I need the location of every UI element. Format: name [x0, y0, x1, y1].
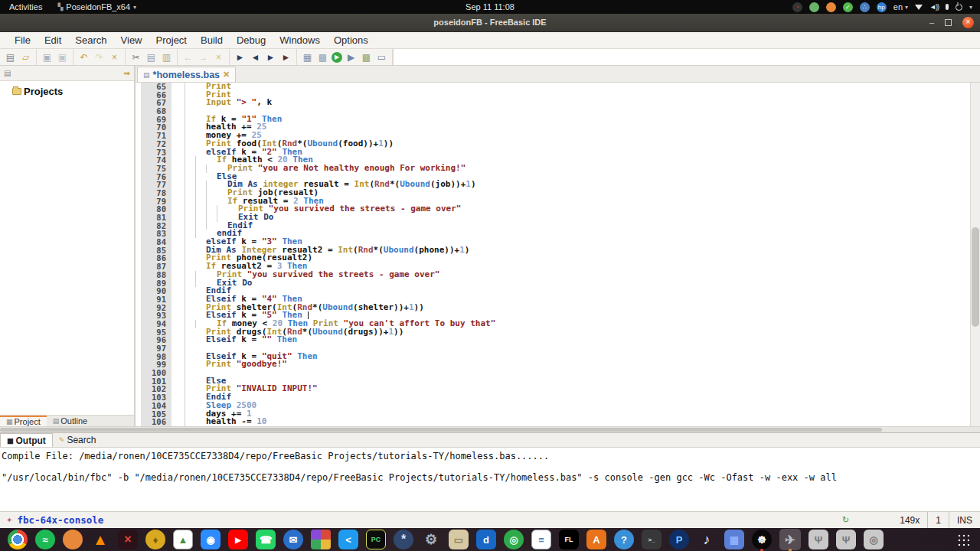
volume-icon[interactable]: ◄))	[929, 3, 939, 11]
cut-button[interactable]: ✂	[129, 51, 142, 64]
bookmark-next-button[interactable]: ►	[264, 51, 277, 64]
back-button[interactable]: ←	[181, 51, 194, 64]
package-grid-icon[interactable]	[311, 530, 331, 549]
files-icon[interactable]: ▭	[449, 530, 469, 549]
whatsapp-icon[interactable]: ☎	[256, 530, 276, 549]
code-line[interactable]: 65Print	[141, 83, 980, 91]
build-button[interactable]: ▩	[316, 51, 329, 64]
tree-item-projects[interactable]: Projects	[12, 86, 134, 97]
horizontal-scrollbar[interactable]	[0, 426, 980, 432]
compile-button[interactable]: ▦	[301, 51, 314, 64]
menu-file[interactable]: File	[8, 34, 38, 46]
youtube-icon[interactable]: ▶	[228, 530, 248, 549]
menu-build[interactable]: Build	[194, 34, 230, 46]
output-log[interactable]: Compile File: /media/ronen/10CE735CCE733…	[0, 448, 980, 511]
blue-square-icon[interactable]: ▦	[724, 530, 744, 549]
compile-run-button[interactable]: ▶	[345, 51, 358, 64]
code-line[interactable]: 103Endif	[141, 393, 980, 402]
code-line[interactable]: 88Print "you survived the streets - game…	[141, 271, 980, 279]
chrome-icon[interactable]	[8, 530, 28, 549]
app-grid-icon[interactable]	[957, 533, 969, 546]
sidebar-collapse-icon[interactable]: ⇒	[124, 69, 130, 77]
redo-button[interactable]: ↷	[93, 51, 106, 64]
code-line[interactable]: 75Print "you are Not healthy enough For …	[141, 165, 980, 173]
usb-drive-icon[interactable]: Ψ	[808, 530, 828, 549]
save-all-button[interactable]: ▣	[56, 51, 69, 64]
code-line[interactable]: 81Exit Do	[141, 214, 980, 222]
code-line[interactable]: 104Sleep 2500	[141, 402, 980, 410]
green-app-icon[interactable]: ◎	[504, 530, 524, 549]
check-tray-icon[interactable]: ✓	[843, 2, 853, 12]
copy-button[interactable]: ▤	[145, 51, 158, 64]
bookmark-clear-button[interactable]: ►	[279, 51, 292, 64]
microphone-icon[interactable]	[946, 4, 949, 10]
help-icon[interactable]: ?	[614, 530, 634, 549]
code-line[interactable]: 89Exit Do	[141, 279, 980, 288]
spotify-icon[interactable]: ≈	[35, 530, 55, 549]
code-line[interactable]: 82Endif	[141, 222, 980, 230]
code-line[interactable]: 100	[141, 369, 980, 377]
window-titlebar[interactable]: poseidonFB - FreeBasic IDE – ×	[0, 14, 980, 32]
menu-search[interactable]: Search	[68, 34, 113, 46]
yellow-app-icon[interactable]: ♦	[145, 530, 165, 549]
music-note-icon[interactable]: ♪	[697, 530, 717, 549]
tab-close-icon[interactable]: ✕	[223, 70, 230, 80]
close-all-button[interactable]: ×	[212, 51, 225, 64]
poseidonfb-icon[interactable]: ✈	[780, 530, 800, 549]
chevron-down-icon[interactable]: ▾	[969, 4, 972, 11]
p-swirl-icon[interactable]: P	[669, 530, 689, 549]
scrollbar-thumb[interactable]	[972, 227, 979, 327]
refresh-icon[interactable]: ↻	[842, 515, 849, 525]
orange-tray-icon[interactable]	[826, 2, 836, 12]
paste-button[interactable]: ▥	[160, 51, 173, 64]
code-editor[interactable]: 65Print66Print67Input "> ", k6869If k = …	[136, 83, 980, 426]
code-line[interactable]: 99Print "goodbye!"	[141, 360, 980, 369]
d-app-icon[interactable]: d	[476, 530, 496, 549]
menu-windows[interactable]: Windows	[273, 34, 327, 46]
code-line[interactable]: 102Print "INVALID INPUT!"	[141, 385, 980, 393]
tab-project[interactable]: ▦ Project	[0, 416, 47, 426]
wifi-icon[interactable]	[915, 5, 923, 10]
shield-tray-icon[interactable]	[809, 2, 819, 12]
new-file-button[interactable]: ▤	[4, 51, 17, 64]
fl-studio-icon[interactable]: FL	[559, 530, 579, 549]
pycharm-icon[interactable]: PC	[366, 530, 386, 549]
settings-gear-icon[interactable]: ⚙	[421, 530, 441, 549]
zoom-icon[interactable]: ◉	[201, 530, 220, 549]
bookmark-prev-button[interactable]: ◄	[249, 51, 262, 64]
x-app-icon[interactable]: ×	[118, 530, 138, 549]
terminal-icon[interactable]: >_	[642, 530, 662, 549]
activities-button[interactable]: Activities	[0, 2, 51, 11]
code-line[interactable]: 96Elseif k = "" Then	[141, 336, 980, 344]
menu-debug[interactable]: Debug	[230, 34, 273, 46]
console-button[interactable]: ▭	[375, 51, 388, 64]
orange-app-icon[interactable]	[63, 530, 83, 549]
minimize-button[interactable]: –	[929, 17, 934, 28]
disc-drive-icon[interactable]: ◎	[864, 530, 884, 549]
bookmark-toggle-button[interactable]: ►	[234, 51, 247, 64]
close-button[interactable]: ×	[962, 17, 974, 28]
menu-options[interactable]: Options	[327, 34, 375, 46]
editor-tab-homeless[interactable]: ▤ *homeless.bas ✕	[137, 67, 236, 82]
tab-outline[interactable]: ▤ Outline	[47, 416, 93, 426]
code-line[interactable]: 67Input "> ", k	[141, 99, 980, 107]
obs-tray-icon[interactable]: ◔	[792, 2, 802, 12]
compiler-target[interactable]: fbc-64x-console	[17, 514, 103, 526]
blue-tray-icon[interactable]: ∴	[860, 2, 870, 12]
code-line[interactable]: 106health -= 10	[141, 418, 980, 426]
image-viewer-icon[interactable]: ▲	[173, 530, 193, 549]
tab-search[interactable]: ✎ Search	[53, 433, 103, 447]
forward-button[interactable]: →	[197, 51, 210, 64]
maximize-button[interactable]	[945, 19, 952, 26]
menu-view[interactable]: View	[114, 34, 149, 46]
tab-output[interactable]: ▦ Output	[0, 433, 53, 447]
vscode-icon[interactable]: <	[338, 530, 358, 549]
vlc-icon[interactable]: ▲	[90, 530, 110, 549]
game-engine-icon[interactable]: *	[394, 530, 413, 549]
undo-button[interactable]: ↶	[77, 51, 90, 64]
power-icon[interactable]	[956, 4, 962, 11]
run-button[interactable]: ▶	[332, 52, 342, 63]
build-run-button[interactable]: ▩	[360, 51, 373, 64]
hscrollbar-thumb[interactable]	[0, 428, 882, 432]
keyboard-layout[interactable]: en▾	[893, 2, 908, 11]
